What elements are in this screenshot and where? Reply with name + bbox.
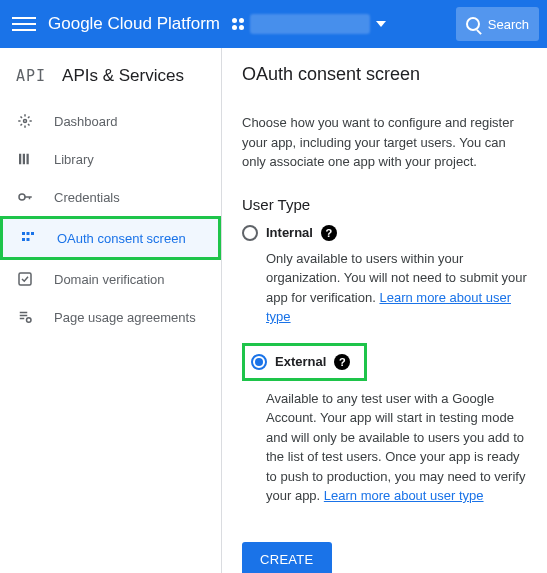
option-external-head: External ? [242, 343, 367, 381]
sidebar: API APIs & Services Dashboard Library Cr… [0, 48, 222, 573]
project-selector[interactable] [232, 14, 386, 34]
svg-rect-7 [31, 232, 34, 235]
search-box[interactable]: Search [456, 7, 539, 41]
option-external-label: External [275, 354, 326, 369]
sidebar-item-domain-verification[interactable]: Domain verification [0, 260, 221, 298]
help-icon[interactable]: ? [334, 354, 350, 370]
sidebar-item-oauth-consent[interactable]: OAuth consent screen [0, 216, 221, 260]
svg-point-4 [19, 194, 25, 200]
user-type-heading: User Type [242, 196, 527, 213]
api-logo: API [16, 67, 46, 85]
svg-rect-8 [22, 238, 25, 241]
help-icon[interactable]: ? [321, 225, 337, 241]
sidebar-item-dashboard[interactable]: Dashboard [0, 102, 221, 140]
sidebar-item-label: Dashboard [54, 114, 118, 129]
svg-rect-10 [19, 273, 31, 285]
consent-icon [19, 229, 37, 247]
svg-rect-9 [27, 238, 30, 241]
verify-icon [16, 270, 34, 288]
sidebar-item-label: Domain verification [54, 272, 165, 287]
project-icon [232, 18, 244, 30]
option-external: External ? Available to any test user wi… [242, 343, 527, 506]
svg-rect-1 [19, 154, 21, 165]
option-internal-label: Internal [266, 225, 313, 240]
option-internal-desc: Only available to users within your orga… [266, 249, 527, 327]
option-internal: Internal ? Only available to users withi… [242, 225, 527, 327]
agreement-icon [16, 308, 34, 326]
sidebar-header: API APIs & Services [0, 58, 221, 102]
svg-point-11 [27, 318, 32, 323]
key-icon [16, 188, 34, 206]
page-title: OAuth consent screen [242, 64, 527, 85]
chevron-down-icon [376, 21, 386, 27]
project-name-blurred [250, 14, 370, 34]
radio-internal[interactable] [242, 225, 258, 241]
sidebar-item-label: OAuth consent screen [57, 231, 186, 246]
sidebar-item-page-usage[interactable]: Page usage agreements [0, 298, 221, 336]
sidebar-title: APIs & Services [62, 66, 184, 86]
create-button[interactable]: CREATE [242, 542, 332, 574]
svg-rect-2 [23, 154, 25, 165]
svg-rect-6 [27, 232, 30, 235]
svg-point-0 [24, 120, 27, 123]
brand-label: Google Cloud Platform [48, 14, 220, 34]
sidebar-item-label: Page usage agreements [54, 310, 196, 325]
dashboard-icon [16, 112, 34, 130]
layout: API APIs & Services Dashboard Library Cr… [0, 48, 547, 573]
radio-external[interactable] [251, 354, 267, 370]
sidebar-item-credentials[interactable]: Credentials [0, 178, 221, 216]
sidebar-item-label: Library [54, 152, 94, 167]
sidebar-item-library[interactable]: Library [0, 140, 221, 178]
svg-rect-3 [27, 154, 29, 165]
option-external-desc-text: Available to any test user with a Google… [266, 391, 525, 504]
option-external-desc: Available to any test user with a Google… [266, 389, 527, 506]
sidebar-item-label: Credentials [54, 190, 120, 205]
menu-icon[interactable] [12, 17, 36, 31]
search-icon [466, 17, 480, 31]
library-icon [16, 150, 34, 168]
topbar: Google Cloud Platform Search [0, 0, 547, 48]
search-placeholder: Search [488, 17, 529, 32]
svg-rect-5 [22, 232, 25, 235]
main-content: OAuth consent screen Choose how you want… [222, 48, 547, 573]
learn-more-external-link[interactable]: Learn more about user type [324, 488, 484, 503]
option-internal-head: Internal ? [242, 225, 527, 241]
intro-text: Choose how you want to configure and reg… [242, 113, 527, 172]
